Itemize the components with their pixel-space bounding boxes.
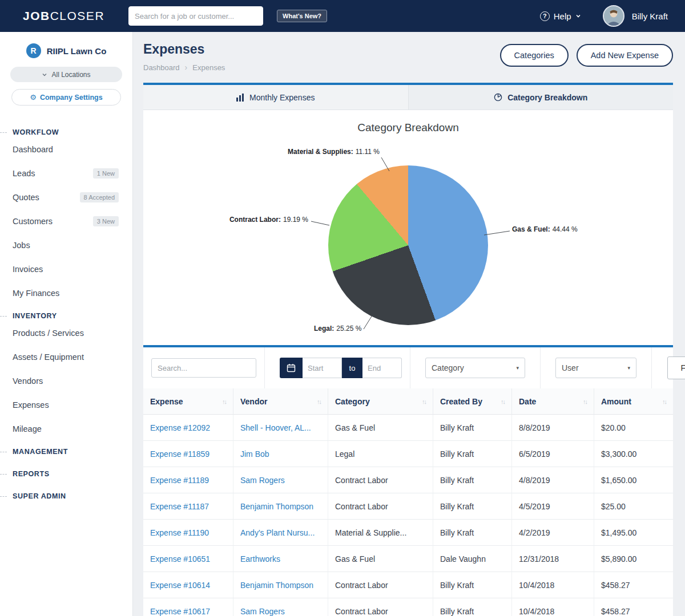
expense-link[interactable]: Expense #10614 (143, 572, 233, 598)
tab-label: Category Breakdown (507, 93, 587, 102)
caret-down-icon: ▾ (510, 365, 519, 371)
company-logo: R (26, 43, 41, 58)
expense-link[interactable]: Expense #10651 (143, 546, 233, 572)
item-label: Assets / Equipment (13, 352, 84, 362)
vendor-link[interactable]: Benjamin Thompson (233, 493, 328, 520)
category-select[interactable]: Category ▾ (425, 358, 525, 378)
chart-panel: Category Breakdown Material & Supplies11… (143, 110, 673, 345)
vendor-link[interactable]: Benjamin Thompson (233, 572, 328, 598)
expense-link[interactable]: Expense #11190 (143, 520, 233, 546)
tab-label: Monthly Expenses (249, 93, 315, 102)
col-header-created-by[interactable]: Created By↑↓ (433, 388, 512, 415)
section-label: REPORTS (13, 470, 50, 478)
filter-button-segment: Filter (652, 347, 685, 388)
expense-link[interactable]: Expense #10617 (143, 598, 233, 616)
pie-chart[interactable] (328, 165, 488, 325)
sidebar-section-super-admin[interactable]: SUPER ADMIN (0, 491, 132, 501)
section-tick (0, 496, 7, 497)
expense-link[interactable]: Expense #11187 (143, 493, 233, 520)
breadcrumb: Dashboard › Expenses (143, 63, 225, 72)
col-header-amount[interactable]: Amount↑↓ (594, 388, 673, 415)
sidebar-section-workflow: WORKFLOW (0, 127, 132, 137)
calendar-button[interactable] (280, 358, 303, 378)
user-segment: User ▾ (541, 347, 652, 388)
col-header-date[interactable]: Date↑↓ (512, 388, 594, 415)
sort-icon[interactable]: ↑↓ (497, 398, 505, 405)
col-header-expense[interactable]: Expense↑↓ (143, 388, 233, 415)
sort-icon[interactable]: ↑↓ (659, 398, 666, 405)
pie-label-material-supplies: Material & Supplies11.11 % (288, 148, 380, 156)
amount-cell: $5,890.00 (594, 546, 673, 572)
sort-icon[interactable]: ↑↓ (313, 398, 321, 405)
end-date-input[interactable] (362, 358, 402, 378)
section-label: WORKFLOW (13, 128, 59, 136)
category-cell: Legal (328, 441, 433, 467)
add-new-expense-button[interactable]: Add New Expense (577, 44, 673, 67)
tab-monthly-expenses[interactable]: Monthly Expenses (143, 85, 409, 110)
item-label: Invoices (13, 265, 43, 274)
help-menu[interactable]: ? Help (540, 11, 581, 21)
expense-view-tabs: Monthly Expenses Category Breakdown (143, 85, 673, 110)
vendor-link[interactable]: Sam Rogers (233, 467, 328, 493)
help-label: Help (554, 11, 571, 21)
bar-chart-icon (236, 94, 244, 102)
sidebar-item-expenses[interactable]: Expenses (0, 393, 132, 417)
user-select[interactable]: User ▾ (555, 358, 636, 378)
sidebar-item-customers[interactable]: Customers3 New (0, 209, 132, 233)
page-header: Expenses Dashboard › Expenses Categories… (143, 32, 673, 83)
item-label: Leads (13, 169, 35, 178)
item-label: My Finances (13, 289, 59, 298)
sidebar-item-mileage[interactable]: Mileage (0, 417, 132, 441)
category-segment: Category ▾ (410, 347, 541, 388)
app-logo[interactable]: JOBCLOSER (23, 9, 104, 23)
gear-icon: ⚙ (30, 93, 37, 102)
sidebar-item-my-finances[interactable]: My Finances (0, 281, 132, 305)
sidebar-item-dashboard[interactable]: Dashboard (0, 137, 132, 161)
start-date-input[interactable] (303, 358, 342, 378)
sidebar-item-invoices[interactable]: Invoices (0, 257, 132, 281)
user-name[interactable]: Billy Kraft (632, 11, 668, 21)
company-settings-button[interactable]: ⚙ Company Settings (11, 89, 121, 106)
section-tick (0, 474, 7, 475)
sidebar-section-management[interactable]: MANAGEMENT (0, 447, 132, 457)
item-label: Dashboard (13, 145, 53, 154)
sidebar-item-jobs[interactable]: Jobs (0, 233, 132, 257)
date-cell: 6/5/2019 (512, 441, 594, 467)
col-header-vendor[interactable]: Vendor↑↓ (233, 388, 328, 415)
vendor-link[interactable]: Andy's Plant Nursu... (233, 520, 328, 546)
sidebar-item-vendors[interactable]: Vendors (0, 369, 132, 393)
global-search-input[interactable] (128, 6, 263, 26)
categories-button[interactable]: Categories (500, 44, 569, 67)
sidebar-item-assets-equipment[interactable]: Assets / Equipment (0, 345, 132, 369)
vendor-link[interactable]: Earthworks (233, 546, 328, 572)
expense-link[interactable]: Expense #11859 (143, 441, 233, 467)
section-label: SUPER ADMIN (13, 492, 66, 500)
sort-icon[interactable]: ↑↓ (579, 398, 587, 405)
col-header-category[interactable]: Category↑↓ (328, 388, 433, 415)
page-title: Expenses (143, 42, 225, 57)
vendor-link[interactable]: Shell - Hoover, AL... (233, 415, 328, 441)
sort-icon[interactable]: ↑↓ (219, 398, 226, 405)
expense-link[interactable]: Expense #11189 (143, 467, 233, 493)
sidebar-item-quotes[interactable]: Quotes8 Accepted (0, 185, 132, 209)
breadcrumb-dashboard[interactable]: Dashboard (143, 63, 180, 72)
expense-search-input[interactable] (151, 358, 256, 378)
sidebar-section-reports[interactable]: REPORTS (0, 469, 132, 479)
whats-new-button[interactable]: What's New? (277, 10, 327, 22)
date-cell: 10/4/2018 (512, 598, 594, 616)
tab-category-breakdown[interactable]: Category Breakdown (409, 85, 674, 110)
expenses-table: Expense↑↓ Vendor↑↓ Category↑↓ Created By… (143, 388, 673, 616)
amount-cell: $1,495.00 (594, 520, 673, 546)
section-tick (0, 132, 7, 133)
chevron-down-icon (575, 13, 581, 19)
expense-link[interactable]: Expense #12092 (143, 415, 233, 441)
vendor-link[interactable]: Sam Rogers (233, 598, 328, 616)
sort-icon[interactable]: ↑↓ (418, 398, 426, 405)
vendor-link[interactable]: Jim Bob (233, 441, 328, 467)
sidebar-item-products-services[interactable]: Products / Services (0, 321, 132, 345)
filter-button[interactable]: Filter (667, 356, 685, 379)
sidebar-item-leads[interactable]: Leads1 New (0, 161, 132, 185)
locations-dropdown[interactable]: All Locations (10, 67, 122, 82)
user-avatar[interactable] (603, 5, 624, 27)
item-label: Products / Services (13, 329, 84, 338)
